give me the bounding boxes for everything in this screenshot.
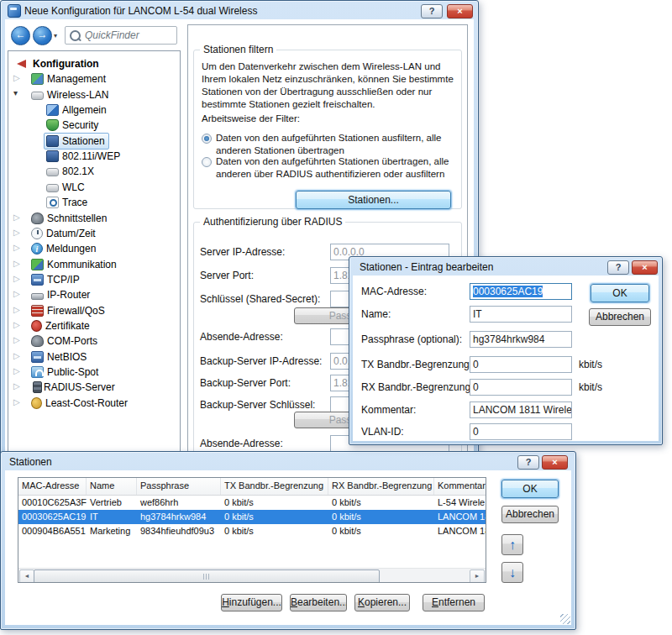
tree-item-konfiguration[interactable]: Konfiguration — [10, 55, 178, 71]
tree-item-802-1x[interactable]: 802.1X — [10, 163, 178, 178]
action-entfernen-button[interactable]: Entfernen — [423, 594, 485, 611]
table-header: MAC-AdresseNamePassphraseTX Bandbr.-Begr… — [18, 478, 486, 496]
tree-item-wireless-lan[interactable]: ▾Wireless-LAN — [10, 87, 178, 102]
tree-expand-icon[interactable]: ▷ — [13, 228, 20, 237]
close-button[interactable]: × — [447, 4, 473, 18]
radio-filter-out[interactable] — [202, 134, 212, 144]
tree-item-security[interactable]: Security — [10, 117, 178, 132]
tree-item-public-spot[interactable]: ▷Public-Spot — [10, 364, 178, 379]
tree-expand-icon[interactable]: ▷ — [13, 366, 20, 375]
back-button[interactable]: ← — [11, 26, 30, 45]
schl-ssel-shared-secret-label: Schlüssel (Shared-Secret): — [200, 293, 320, 305]
passphrase-optional-input[interactable]: hg3784hrkw984 — [470, 331, 572, 348]
history-dropdown-icon[interactable]: ▾ — [54, 32, 57, 39]
tree-item-802-11i-wep[interactable]: 802.11i/WEP — [10, 148, 178, 163]
table-row[interactable]: 00030625AC19IThg3784hrkw9840 kbit/s0 kbi… — [18, 510, 486, 524]
tree-expand-icon[interactable]: ▷ — [13, 381, 20, 391]
tree-expand-icon[interactable]: ▷ — [13, 243, 20, 252]
tree-expand-icon[interactable]: ▷ — [13, 289, 20, 298]
tree-item-ip-router[interactable]: ▷IP-Router — [10, 286, 178, 302]
cubes-icon — [46, 104, 59, 116]
laptop-icon — [46, 150, 59, 162]
cancel-button[interactable]: Abbrechen — [589, 308, 651, 326]
tree-item-radius-server[interactable]: ▷RADIUS-Server — [10, 379, 178, 394]
tree-expand-icon[interactable]: ▷ — [13, 320, 20, 329]
column-header-kommentar[interactable]: Kommentar — [434, 478, 486, 495]
info-icon — [31, 243, 43, 255]
tree-expand-icon[interactable]: ▷ — [13, 351, 20, 360]
action-kopieren-button[interactable]: Kopieren... — [354, 594, 410, 611]
column-header-mac-adresse[interactable]: MAC-Adresse — [18, 478, 87, 495]
scroll-right-icon[interactable]: ► — [470, 569, 485, 583]
tree-item-wlc[interactable]: WLC — [10, 179, 178, 194]
help-button[interactable]: ? — [421, 4, 443, 18]
close-button[interactable]: × — [542, 455, 568, 470]
table-row[interactable]: 000904B6A551Marketing9834hfieuhdf09u30 k… — [18, 524, 486, 538]
move-down-button[interactable]: ↓ — [501, 562, 523, 583]
tree-collapse-icon[interactable]: ▾ — [13, 88, 18, 97]
tree-expand-icon[interactable]: ▷ — [13, 259, 20, 268]
unit-label: kbit/s — [579, 359, 602, 370]
stations-open-button[interactable]: Stationen... — [296, 191, 451, 209]
tree-expand-icon[interactable]: ▷ — [13, 335, 20, 344]
tx-bandbr-begrenzung-label: TX Bandbr.-Begrenzung: — [361, 359, 472, 370]
action-bearbeiten-button[interactable]: Bearbeiten... — [290, 594, 347, 611]
tree-item-stationen[interactable]: Stationen — [10, 133, 178, 148]
column-header-name[interactable]: Name — [87, 478, 137, 495]
kommentar-input[interactable]: LANCOM 1811 Wireless — [470, 401, 572, 418]
tree-item-netbios[interactable]: ▷NetBIOS — [10, 349, 178, 364]
tree-item-firewall-qos[interactable]: ▷Firewall/QoS — [10, 302, 178, 318]
tree-item-datum-zeit[interactable]: ▷Datum/Zeit — [10, 225, 178, 240]
tree-expand-icon[interactable]: ▷ — [13, 397, 20, 407]
tree-item-meldungen[interactable]: ▷Meldungen — [10, 240, 178, 255]
tree-item-trace[interactable]: Trace — [10, 194, 178, 209]
scrollbar-thumb[interactable] — [34, 569, 380, 583]
rx-bandbr-begrenzung-input[interactable]: 0 — [470, 379, 572, 396]
tree-item-tcp-ip[interactable]: ▷TCP/IP — [10, 271, 178, 286]
help-button[interactable]: ? — [607, 260, 629, 275]
down-arrow-icon: ↓ — [509, 565, 516, 580]
tree-item-zertifikate[interactable]: ▷Zertifikate — [10, 318, 178, 333]
tree-item-least-cost-router[interactable]: ▷Least-Cost-Router — [10, 395, 178, 410]
action-hinzuf-gen-button[interactable]: Hinzufügen... — [221, 594, 282, 611]
cancel-button[interactable]: Abbrechen — [501, 506, 559, 523]
radio-filter-in-label[interactable]: Daten von den aufgeführten Stationen übe… — [216, 155, 459, 181]
table-row[interactable]: 00010C625A3FVertriebwef86hrh0 kbit/s0 kb… — [18, 496, 486, 510]
horizontal-scrollbar[interactable]: ◄ ► — [18, 568, 486, 582]
help-button[interactable]: ? — [517, 455, 539, 470]
desktop: { "icons": { "tree_collapsed": "▷", "tre… — [0, 0, 672, 635]
column-header-tx-bandbr-begrenzung[interactable]: TX Bandbr.-Begrenzung — [221, 478, 328, 495]
resize-grip[interactable] — [560, 614, 570, 624]
tree-item-allgemein[interactable]: Allgemein — [10, 102, 178, 117]
close-button[interactable]: × — [632, 260, 658, 275]
tree-expand-icon[interactable]: ▷ — [13, 213, 20, 222]
tree-expand-icon[interactable]: ▷ — [13, 305, 20, 314]
passphrase-optional-label: Passphrase (optional): — [361, 333, 462, 345]
quickfinder-searchbox[interactable]: QuickFinder — [65, 26, 177, 45]
scroll-left-icon[interactable]: ◄ — [19, 569, 34, 583]
ok-button[interactable]: OK — [591, 284, 649, 302]
tree-item-com-ports[interactable]: ▷COM-Ports — [10, 333, 178, 348]
tree-expand-icon[interactable]: ▷ — [13, 274, 20, 283]
forward-button[interactable]: → — [33, 26, 52, 45]
radio-filter-out-label[interactable]: Daten von den aufgeführten Stationen aus… — [216, 132, 459, 157]
ap-icon — [46, 184, 59, 192]
move-up-button[interactable]: ↑ — [501, 534, 523, 555]
tx-bandbr-begrenzung-input[interactable]: 0 — [470, 356, 572, 373]
mac-adresse-input[interactable]: 00030625AC19 — [470, 283, 572, 300]
absende-adresse-label: Absende-Adresse: — [200, 438, 283, 449]
ok-button[interactable]: OK — [501, 480, 559, 498]
radio-filter-in[interactable] — [202, 157, 212, 167]
tree-item-schnittstellen[interactable]: ▷Schnittstellen — [10, 210, 178, 225]
name-input[interactable]: IT — [470, 306, 572, 323]
management-icon — [31, 73, 44, 85]
vlan-id-input[interactable]: 0 — [470, 423, 572, 440]
column-header-passphrase[interactable]: Passphrase — [137, 478, 221, 495]
backup-server-schl-ssel-label: Backup-Server Schlüssel: — [200, 399, 315, 411]
tree-item-management[interactable]: ▷Management — [10, 71, 178, 86]
column-header-rx-bandbr-begrenzung[interactable]: RX Bandbr.-Begrenzung — [328, 478, 434, 495]
tree-item-kommunikation[interactable]: ▷Kommunikation — [10, 256, 178, 271]
ap-icon — [31, 92, 44, 100]
stations-table[interactable]: ◄ ► MAC-AdresseNamePassphraseTX Bandbr.-… — [18, 477, 486, 583]
tree-expand-icon[interactable]: ▷ — [13, 73, 20, 82]
